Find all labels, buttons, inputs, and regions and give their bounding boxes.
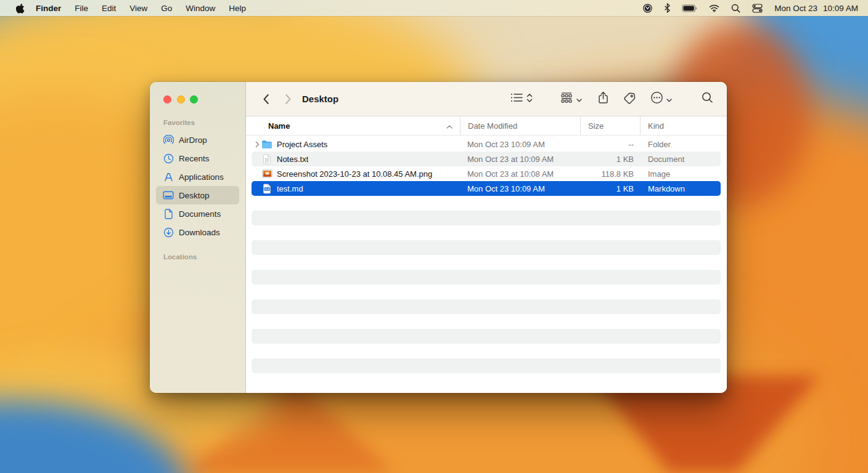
forward-button[interactable] bbox=[285, 94, 292, 105]
sidebar-item-documents[interactable]: Documents bbox=[156, 204, 239, 223]
sidebar-item-label: Recents bbox=[179, 154, 210, 163]
file-kind: Image bbox=[640, 169, 721, 179]
back-button[interactable] bbox=[263, 94, 269, 105]
group-by-button[interactable] bbox=[560, 92, 582, 105]
list-header: NameDate ModifiedSizeKind bbox=[246, 116, 727, 135]
sidebar-item-recents[interactable]: Recents bbox=[156, 149, 239, 168]
menu-go[interactable]: Go bbox=[161, 4, 172, 13]
sidebar-item-airdrop[interactable]: AirDrop bbox=[156, 131, 239, 149]
tag-button[interactable] bbox=[623, 92, 636, 107]
empty-row bbox=[252, 314, 721, 329]
menu-bar-clock[interactable]: Mon Oct 23 10:09 AM bbox=[774, 4, 858, 13]
file-name: Screenshot 2023-10-23 at 10.08.45 AM.png bbox=[277, 169, 432, 179]
finder-window: FavoritesAirDropRecentsApplicationsDeskt… bbox=[150, 82, 727, 393]
tag-icon bbox=[623, 92, 636, 107]
app-status-icon[interactable] bbox=[642, 3, 653, 14]
file-row[interactable]: test.mdMon Oct 23 10:09 AM1 KBMarkdown bbox=[252, 181, 721, 196]
file-name: Notes.txt bbox=[277, 155, 308, 164]
markdown-icon bbox=[261, 184, 272, 194]
minimize-button[interactable] bbox=[177, 95, 185, 103]
file-list: Project AssetsMon Oct 23 10:09 AM--Folde… bbox=[246, 135, 727, 393]
menu-help[interactable]: Help bbox=[229, 4, 246, 13]
more-icon bbox=[650, 91, 663, 107]
airdrop-icon bbox=[163, 135, 174, 145]
menu-view[interactable]: View bbox=[129, 4, 147, 13]
clock-time: 10:09 AM bbox=[823, 4, 858, 13]
sidebar-section-favorites: Favorites bbox=[150, 118, 245, 127]
empty-row bbox=[252, 240, 721, 255]
file-date-modified: Mon Oct 23 at 10:09 AM bbox=[460, 155, 580, 164]
menu-bar: FinderFileEditViewGoWindowHelp Mon Oct 2… bbox=[0, 0, 868, 16]
file-name-cell: Notes.txt bbox=[252, 154, 460, 164]
spotlight-icon[interactable] bbox=[731, 4, 740, 13]
file-date-modified: Mon Oct 23 10:09 AM bbox=[460, 140, 580, 149]
empty-row bbox=[252, 329, 721, 344]
applications-icon bbox=[163, 172, 174, 182]
menu-bar-status-area: Mon Oct 23 10:09 AM bbox=[642, 3, 858, 14]
sidebar-item-desktop[interactable]: Desktop bbox=[156, 186, 239, 204]
column-header-date-modified[interactable]: Date Modified bbox=[460, 116, 580, 135]
control-center-icon[interactable] bbox=[752, 4, 763, 13]
search-icon bbox=[702, 92, 713, 106]
search-button[interactable] bbox=[702, 92, 713, 106]
documents-icon bbox=[163, 209, 174, 219]
column-header-name[interactable]: Name bbox=[252, 116, 460, 135]
menu-file[interactable]: File bbox=[75, 4, 88, 13]
view-mode-button[interactable] bbox=[510, 93, 533, 105]
file-kind: Markdown bbox=[640, 184, 721, 193]
status-icons bbox=[642, 3, 763, 14]
sidebar-item-downloads[interactable]: Downloads bbox=[156, 223, 239, 241]
menu-bar-menus: FinderFileEditViewGoWindowHelp bbox=[36, 4, 260, 13]
empty-row bbox=[252, 299, 721, 314]
downloads-icon bbox=[163, 227, 174, 238]
menu-window[interactable]: Window bbox=[186, 4, 215, 13]
empty-row bbox=[252, 358, 721, 373]
sidebar-item-applications[interactable]: Applications bbox=[156, 168, 239, 186]
wifi-icon[interactable] bbox=[709, 4, 719, 12]
file-row[interactable]: Screenshot 2023-10-23 at 10.08.45 AM.png… bbox=[252, 166, 721, 181]
file-row[interactable]: Notes.txtMon Oct 23 at 10:09 AM1 KBDocum… bbox=[252, 152, 721, 166]
file-row[interactable]: Project AssetsMon Oct 23 10:09 AM--Folde… bbox=[252, 137, 721, 152]
empty-row bbox=[252, 344, 721, 358]
file-name-cell: test.md bbox=[252, 184, 460, 194]
chevron-down-icon bbox=[666, 94, 672, 105]
file-kind: Document bbox=[640, 155, 721, 164]
battery-icon[interactable] bbox=[682, 4, 697, 12]
share-button[interactable] bbox=[598, 91, 608, 107]
empty-row bbox=[252, 211, 721, 225]
folder-icon bbox=[261, 140, 272, 149]
recents-icon bbox=[163, 153, 174, 164]
file-name: test.md bbox=[277, 184, 303, 193]
empty-row bbox=[252, 285, 721, 299]
menu-finder[interactable]: Finder bbox=[36, 4, 61, 13]
file-size: 118.8 KB bbox=[580, 169, 640, 179]
file-size: -- bbox=[580, 140, 640, 149]
empty-row bbox=[252, 225, 721, 240]
window-content: Desktop bbox=[246, 82, 727, 393]
menu-edit[interactable]: Edit bbox=[102, 4, 116, 13]
more-actions-button[interactable] bbox=[650, 91, 672, 107]
file-size: 1 KB bbox=[580, 184, 640, 193]
file-date-modified: Mon Oct 23 10:09 AM bbox=[460, 184, 580, 193]
chevron-down-icon bbox=[576, 94, 582, 105]
sidebar-section-locations: Locations bbox=[150, 253, 245, 261]
file-date-modified: Mon Oct 23 at 10:08 AM bbox=[460, 169, 580, 179]
clock-date: Mon Oct 23 bbox=[774, 4, 817, 13]
file-name-cell: Project Assets bbox=[252, 140, 460, 149]
zoom-button[interactable] bbox=[190, 95, 198, 103]
column-header-size[interactable]: Size bbox=[580, 116, 640, 135]
disclosure-chevron-icon[interactable] bbox=[253, 141, 261, 148]
sidebar-item-label: Downloads bbox=[179, 228, 220, 237]
desktop-icon bbox=[163, 190, 174, 200]
empty-row bbox=[252, 196, 721, 211]
window-title: Desktop bbox=[302, 94, 338, 104]
bluetooth-icon[interactable] bbox=[665, 3, 670, 13]
image-file-icon bbox=[261, 169, 272, 178]
group-by-icon bbox=[560, 92, 573, 105]
apple-menu-icon[interactable] bbox=[16, 3, 25, 14]
list-view-icon bbox=[510, 93, 523, 105]
file-size: 1 KB bbox=[580, 155, 640, 164]
sidebar-item-label: AirDrop bbox=[179, 135, 207, 145]
column-header-kind[interactable]: Kind bbox=[640, 116, 721, 135]
close-button[interactable] bbox=[163, 95, 171, 103]
